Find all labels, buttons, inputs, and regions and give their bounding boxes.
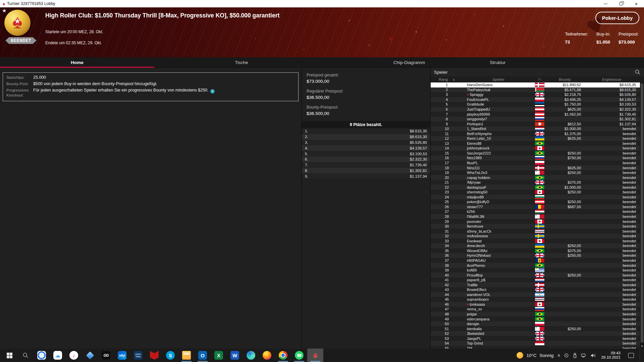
- restore-button[interactable]: [613, 0, 629, 7]
- player-row[interactable]: 10 1_Stamf0rd $1.000,00 beendet: [431, 126, 640, 131]
- taskbar-app-button[interactable]: GG: [98, 349, 114, 362]
- column-result[interactable]: Ergebnisse: [584, 77, 639, 81]
- player-row[interactable]: 9 Perlinpin1 $812,50 $1.137,94: [431, 121, 640, 126]
- player-row[interactable]: 20 copag holdem beendet: [431, 175, 640, 180]
- taskbar-app-button[interactable]: X: [211, 349, 227, 362]
- player-row[interactable]: 51 bienballa $250,00 beendet: [431, 326, 640, 331]
- lobby-tab[interactable]: Tische: [154, 57, 329, 67]
- player-row[interactable]: 46 tonkaaaa beendet: [431, 302, 640, 307]
- volume-icon[interactable]: [590, 353, 596, 358]
- player-row[interactable]: 23 shermdog50 $250,00 beendet: [431, 190, 640, 195]
- player-row[interactable]: 45 suprambopro beendet: [431, 297, 640, 302]
- player-row[interactable]: 3 Spraggy $2.218,75 $5.526,80: [431, 92, 640, 97]
- taskbar-app-button[interactable]: prime video: [130, 349, 146, 362]
- player-row[interactable]: 43 BowieEffect beendet: [431, 287, 640, 292]
- player-row[interactable]: 5 Gratitdude $1.750,00 $3.100,53: [431, 102, 640, 107]
- player-row[interactable]: 35 WizardOffAz $375,00 beendet: [431, 248, 640, 253]
- taskbar-app-button[interactable]: O: [195, 349, 211, 362]
- lobby-tab[interactable]: Home: [0, 57, 154, 67]
- scroll-down-icon[interactable]: [641, 346, 643, 347]
- player-row[interactable]: 7 playboy99999 $1.062,50 $1.739,40: [431, 112, 640, 117]
- player-row[interactable]: 16 Nes1989 $750,00 beendet: [431, 156, 640, 161]
- player-row[interactable]: 30 flerrehuve beendet: [431, 224, 640, 229]
- player-row[interactable]: 48 pvigar beendet: [431, 312, 640, 317]
- search-button[interactable]: [635, 69, 641, 75]
- taskbar-app-button[interactable]: [178, 349, 195, 362]
- player-row[interactable]: 26 stoian777 $687,50 beendet: [431, 204, 640, 209]
- column-bounty[interactable]: Bounty: [545, 77, 584, 81]
- player-row[interactable]: 55 TM beendet: [431, 346, 640, 349]
- poker-lobby-button[interactable]: Poker-Lobby: [595, 12, 639, 24]
- player-row[interactable]: 4 FouEnculePL $3.406,25 $4.139,57: [431, 97, 640, 102]
- lobby-tab[interactable]: Chip-Diagramm: [329, 57, 490, 67]
- player-row[interactable]: 15 SaoJorge2222 $250,00 beendet: [431, 151, 640, 156]
- player-row[interactable]: 32 mrAndreeew beendet: [431, 234, 640, 239]
- player-row[interactable]: 22 dantegoyaF $1.000,00 beendet: [431, 185, 640, 190]
- show-hidden-icons-button[interactable]: ∧: [557, 353, 560, 358]
- taskbar-app-button[interactable]: [243, 349, 259, 362]
- player-row[interactable]: 17 filusPL beendet: [431, 161, 640, 166]
- taskbar-app-button[interactable]: [275, 349, 291, 362]
- taskbar-search-button[interactable]: [17, 349, 34, 362]
- player-row[interactable]: 28 l'MalliN.3lli beendet: [431, 214, 640, 219]
- taskbar-app-button[interactable]: [146, 349, 162, 362]
- player-row[interactable]: 42 Tralllle beendet: [431, 282, 640, 287]
- player-row[interactable]: 21 !Mp!yaw $375,00 beendet: [431, 180, 640, 185]
- player-row[interactable]: 1 HansDenSvans $11.890,62 $8.615,35: [431, 82, 640, 87]
- player-row[interactable]: 50 darogio beendet: [431, 321, 640, 326]
- weather-widget[interactable]: 10°C Sonnig: [517, 352, 553, 359]
- taskbar-app-button[interactable]: [34, 349, 50, 362]
- player-row[interactable]: 25 poker@luffyD $250,00 beendet: [431, 199, 640, 204]
- info-icon[interactable]: i: [210, 89, 215, 94]
- taskbar-app-button[interactable]: [259, 349, 275, 362]
- scrollbar-thumb[interactable]: [641, 83, 643, 343]
- network-icon[interactable]: [581, 353, 587, 358]
- player-row[interactable]: 18 Nins111 $625,00 beendet: [431, 165, 640, 170]
- player-row[interactable]: 40 Proudflop $250,00 beendet: [431, 273, 640, 278]
- taskbar-app-button[interactable]: sky: [114, 349, 130, 362]
- player-row[interactable]: 11 BetForNympho $1.375,00 beendet: [431, 131, 640, 136]
- player-row[interactable]: 24 mladjov88 beendet: [431, 195, 640, 200]
- player-row[interactable]: 12 Remi Lebo_10 $625,00 beendet: [431, 136, 640, 141]
- column-rank[interactable]: Rang∧: [431, 77, 463, 81]
- player-row[interactable]: 34 drew.derzh $250,00 beendet: [431, 243, 640, 248]
- player-row[interactable]: 39 kofi89 beendet: [431, 268, 640, 273]
- player-row[interactable]: 47 nema_sv beendet: [431, 307, 640, 312]
- player-row[interactable]: 6 JustTrappedU $625,00 $2.322,30: [431, 107, 640, 112]
- close-button[interactable]: ×: [629, 0, 644, 7]
- onedrive-icon[interactable]: [564, 353, 569, 358]
- player-row[interactable]: 53 JaegsPL beendet: [431, 336, 640, 341]
- player-row[interactable]: 37 t4t0PAGAU beendet: [431, 258, 640, 263]
- player-row[interactable]: 13 Eleres88 beendet: [431, 141, 640, 146]
- column-flag[interactable]: ⚐: [534, 77, 545, 82]
- taskbar-app-button[interactable]: S: [162, 349, 178, 362]
- taskbar-app-button[interactable]: [82, 349, 98, 362]
- player-row[interactable]: 52 3betwizkid beendet: [431, 331, 640, 336]
- player-row[interactable]: 54 Top Grind beendet: [431, 341, 640, 346]
- player-row[interactable]: 41 papan9_p$ beendet: [431, 278, 640, 283]
- taskbar-app-button[interactable]: [66, 349, 82, 362]
- player-row[interactable]: 29 poonster beendet: [431, 219, 640, 224]
- column-player[interactable]: Spieler: [463, 77, 534, 81]
- player-row[interactable]: 27 kZhh beendet: [431, 209, 640, 214]
- player-row[interactable]: 36 Hymn2Ninkasi $250,00 beendet: [431, 253, 640, 258]
- minimize-button[interactable]: [598, 0, 613, 7]
- taskbar-app-button[interactable]: [291, 349, 307, 362]
- player-row[interactable]: 44 wanderer.VOL beendet: [431, 292, 640, 297]
- player-row[interactable]: 49 edercampana beendet: [431, 316, 640, 321]
- usb-device-icon[interactable]: [573, 353, 577, 358]
- player-row[interactable]: 8 serggorelyi7 $1.302,81: [431, 117, 640, 122]
- start-button[interactable]: [1, 349, 17, 362]
- taskbar-app-button[interactable]: W: [227, 349, 243, 362]
- taskbar-app-button[interactable]: [307, 349, 323, 362]
- action-center-icon[interactable]: [628, 353, 634, 358]
- player-row[interactable]: 31 s0nny_bLacCk beendet: [431, 229, 640, 234]
- players-scrollbar[interactable]: [640, 82, 644, 349]
- player-row[interactable]: 14 johhnnyknock beendet: [431, 146, 640, 151]
- show-desktop-button[interactable]: [640, 349, 641, 362]
- taskbar-app-button[interactable]: [50, 349, 66, 362]
- player-row[interactable]: 2 ThePateychuk $5.671,88 $8.615,30: [431, 87, 640, 93]
- clock-widget[interactable]: 09:43 29.10.2021: [601, 351, 621, 360]
- player-row[interactable]: 33 Ewokwat beendet: [431, 239, 640, 244]
- lobby-tab[interactable]: Struktur: [490, 57, 505, 67]
